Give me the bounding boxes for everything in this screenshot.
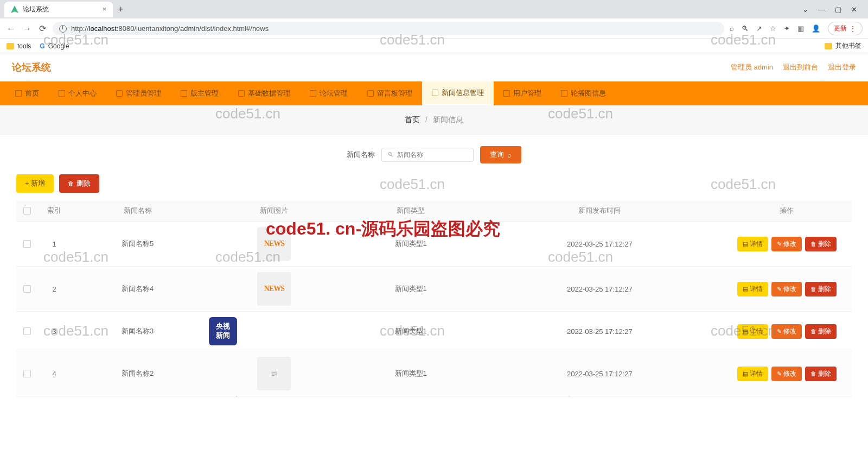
profile-icon[interactable]: 👤: [812, 24, 820, 33]
delete-button[interactable]: 🗑 删除: [805, 367, 837, 381]
nav-item-6[interactable]: 留言板管理: [358, 81, 422, 105]
tab-strip: 论坛系统 × + ⌄ — ▢ ✕: [0, 0, 868, 18]
row-checkbox[interactable]: [23, 370, 31, 377]
nav-item-8[interactable]: 用户管理: [494, 81, 551, 105]
browser-chrome: 论坛系统 × + ⌄ — ▢ ✕ ← → ⟳ http://localhost:…: [0, 0, 868, 53]
delete-button[interactable]: 🗑 删除: [805, 282, 837, 296]
news-table: 索引 新闻名称 新闻图片 新闻类型 新闻发布时间 操作 1新闻名称5NEWS新闻…: [16, 200, 852, 396]
user-role-label[interactable]: 管理员 admin: [731, 62, 773, 72]
nav-item-1[interactable]: 个人中心: [49, 81, 106, 105]
minimize-icon[interactable]: —: [818, 5, 825, 14]
edit-button[interactable]: ✎ 修改: [771, 324, 802, 339]
row-type: 新闻类型1: [344, 312, 478, 351]
select-all-checkbox[interactable]: [23, 207, 31, 214]
search-label: 新闻名称: [347, 150, 375, 160]
row-name: 新闻名称5: [71, 222, 205, 267]
nav-item-2[interactable]: 管理员管理: [106, 81, 171, 105]
nav-item-4[interactable]: 基础数据管理: [228, 81, 300, 105]
back-icon[interactable]: ←: [5, 24, 16, 34]
edit-button[interactable]: ✎ 修改: [771, 237, 802, 251]
row-name: 新闻名称2: [71, 351, 205, 396]
row-published: 2022-03-25 17:12:27: [478, 267, 722, 312]
maximize-icon[interactable]: ▢: [835, 5, 841, 14]
row-checkbox[interactable]: [23, 327, 31, 335]
nav-icon: [59, 90, 65, 97]
table-row: 4新闻名称2📰新闻类型12022-03-25 17:12:27▤ 详情✎ 修改🗑…: [16, 351, 852, 396]
to-frontend-link[interactable]: 退出到前台: [783, 62, 818, 72]
extensions-icon[interactable]: ✦: [784, 24, 790, 33]
edit-button[interactable]: ✎ 修改: [771, 367, 802, 381]
doc-icon: ▤: [743, 328, 748, 335]
share-icon[interactable]: ↗: [756, 24, 762, 33]
search-input-wrap: 🔍︎: [381, 148, 474, 162]
edit-button[interactable]: ✎ 修改: [771, 282, 802, 296]
row-checkbox[interactable]: [23, 240, 31, 248]
key-icon[interactable]: ⌕: [730, 24, 734, 33]
url-prefix: http://: [71, 24, 89, 33]
nav-icon: [503, 90, 510, 97]
vue-favicon-icon: [11, 5, 18, 13]
nav-icon: [310, 90, 316, 97]
trash-icon: 🗑: [810, 370, 816, 377]
forward-icon[interactable]: →: [22, 24, 33, 34]
close-window-icon[interactable]: ✕: [851, 5, 857, 14]
zoom-icon[interactable]: 🔍︎: [742, 24, 749, 33]
tab-title: 论坛系统: [23, 5, 49, 14]
nav-item-9[interactable]: 轮播图信息: [551, 81, 616, 105]
nav-icon: [561, 90, 567, 97]
tab-close-icon[interactable]: ×: [103, 5, 106, 13]
row-name: 新闻名称4: [71, 267, 205, 312]
bookmark-star-icon[interactable]: ☆: [770, 24, 776, 33]
delete-button[interactable]: 🗑 删除: [805, 324, 837, 339]
search-button[interactable]: 查询 ⌕: [480, 146, 521, 163]
url-input[interactable]: http://localhost:8080/luentanxitong/admi…: [53, 22, 724, 35]
side-panel-icon[interactable]: ▥: [797, 24, 804, 33]
folder-icon: [825, 43, 832, 49]
row-published: 2022-03-25 17:12:27: [478, 312, 722, 351]
chrome-update-button[interactable]: 更新 ⋮: [828, 22, 863, 35]
nav-item-5[interactable]: 论坛管理: [300, 81, 358, 105]
col-name: 新闻名称: [71, 200, 205, 222]
search-input[interactable]: [397, 151, 468, 159]
bookmark-google[interactable]: G Google: [40, 42, 69, 50]
dropdown-icon[interactable]: ⌄: [802, 5, 808, 14]
row-checkbox[interactable]: [23, 285, 31, 293]
update-label: 更新: [834, 24, 847, 33]
bookmark-tools[interactable]: tools: [7, 42, 31, 50]
site-info-icon[interactable]: [59, 25, 67, 33]
google-icon: G: [40, 42, 44, 50]
detail-button[interactable]: ▤ 详情: [737, 324, 768, 339]
detail-button[interactable]: ▤ 详情: [737, 237, 768, 251]
row-published: 2022-03-25 17:12:27: [478, 222, 722, 267]
reload-icon[interactable]: ⟳: [38, 23, 47, 34]
row-index: 2: [38, 267, 71, 312]
breadcrumb-home[interactable]: 首页: [405, 115, 420, 124]
table-row: 2新闻名称4NEWS新闻类型12022-03-25 17:12:27▤ 详情✎ …: [16, 267, 852, 312]
row-type: 新闻类型1: [344, 222, 478, 267]
batch-delete-button[interactable]: 🗑 删除: [59, 174, 99, 193]
nav-item-0[interactable]: 首页: [5, 81, 49, 105]
col-published: 新闻发布时间: [478, 200, 722, 222]
app-title: 论坛系统: [12, 61, 51, 74]
detail-button[interactable]: ▤ 详情: [737, 282, 768, 296]
nav-item-3[interactable]: 版主管理: [171, 81, 228, 105]
col-image: 新闻图片: [205, 200, 343, 222]
add-button[interactable]: + 新增: [16, 174, 54, 193]
new-tab-button[interactable]: +: [113, 4, 129, 14]
search-row: 新闻名称 🔍︎ 查询 ⌕: [0, 135, 868, 174]
nav-item-7[interactable]: 新闻信息管理: [422, 81, 494, 105]
nav-icon: [367, 90, 374, 97]
trash-icon: 🗑: [810, 328, 816, 335]
pencil-icon: ✎: [777, 328, 782, 335]
breadcrumb-sep: /: [425, 115, 427, 124]
menu-dots-icon: ⋮: [849, 25, 857, 33]
row-type: 新闻类型1: [344, 267, 478, 312]
browser-tab[interactable]: 论坛系统 ×: [4, 2, 113, 17]
nav-icon: [432, 90, 438, 96]
detail-button[interactable]: ▤ 详情: [737, 367, 768, 381]
bookmark-other[interactable]: 其他书签: [825, 41, 861, 51]
nav-icon: [181, 90, 187, 97]
delete-button[interactable]: 🗑 删除: [805, 237, 837, 251]
trash-icon: 🗑: [810, 286, 816, 292]
logout-link[interactable]: 退出登录: [828, 62, 856, 72]
